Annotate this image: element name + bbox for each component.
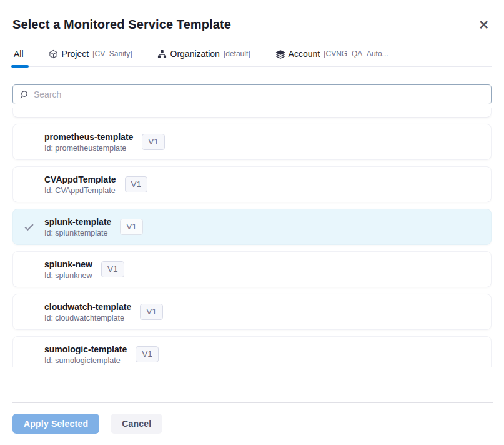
hierarchy-icon: [157, 49, 167, 59]
template-row[interactable]: cloudwatch-template Id: cloudwatchtempla…: [12, 294, 492, 330]
row-meta: prometheus-template Id: prometheustempla…: [44, 132, 133, 152]
template-row[interactable]: prometheus-template Id: prometheustempla…: [12, 124, 492, 160]
template-id: Id: sumologictemplate: [44, 356, 127, 365]
select-template-modal: Select a Monitored Service Template ✕ Al…: [0, 0, 504, 445]
apply-selected-button[interactable]: Apply Selected: [12, 414, 99, 434]
tab-account-scope: [CVNG_QA_Auto...: [324, 49, 388, 58]
template-id: Id: CVAppdTemplate: [44, 186, 116, 195]
row-gutter: [13, 264, 44, 275]
template-name: CVAppdTemplate: [44, 174, 116, 184]
row-gutter: [13, 349, 44, 360]
row-meta: splunk-new Id: splunknew: [44, 259, 92, 280]
row-meta: sumologic-template Id: sumologictemplate: [44, 344, 127, 365]
template-name: splunk-new: [44, 259, 92, 269]
tab-project-scope: [CV_Sanity]: [92, 49, 132, 58]
version-badge: V1: [125, 176, 148, 192]
row-meta: splunk-template Id: splunktemplate: [44, 217, 111, 238]
template-row[interactable]: sumologic-template Id: sumologictemplate…: [12, 336, 492, 367]
search-box: [12, 84, 492, 104]
template-id: Id: cloudwatchtemplate: [44, 314, 131, 322]
close-icon[interactable]: ✕: [476, 18, 492, 32]
template-name: sumologic-template: [44, 344, 127, 354]
scrolled-card-partial: [12, 108, 492, 118]
template-list[interactable]: prometheus-template Id: prometheustempla…: [12, 108, 492, 367]
check-icon: [24, 222, 34, 232]
template-id: Id: splunknew: [44, 271, 92, 280]
version-badge: V1: [136, 346, 159, 362]
version-badge: V1: [142, 134, 165, 150]
tab-account-label: Account: [289, 49, 320, 59]
tab-project[interactable]: Project [CV_Sanity]: [47, 49, 134, 66]
scope-tabs: All Project [CV_Sanity] Organiza: [12, 49, 492, 67]
footer: Apply Selected Cancel: [12, 414, 162, 434]
row-meta: CVAppdTemplate Id: CVAppdTemplate: [44, 174, 116, 195]
row-gutter: [13, 307, 44, 318]
row-meta: cloudwatch-template Id: cloudwatchtempla…: [44, 302, 131, 322]
modal-title: Select a Monitored Service Template: [12, 18, 231, 32]
tab-account[interactable]: Account [CVNG_QA_Auto...: [274, 49, 390, 66]
tab-all-label: All: [14, 49, 24, 59]
version-badge: V1: [140, 304, 163, 320]
footer-divider: [12, 402, 493, 403]
template-name: splunk-template: [44, 217, 111, 227]
tab-project-label: Project: [62, 49, 89, 59]
tab-organization-label: Organization: [170, 49, 220, 59]
template-row[interactable]: splunk-template Id: splunktemplate V1: [12, 209, 492, 245]
template-id: Id: splunktemplate: [44, 229, 111, 238]
template-name: cloudwatch-template: [44, 302, 131, 312]
search-input[interactable]: [34, 89, 485, 99]
row-gutter: [13, 179, 44, 190]
row-gutter: [13, 137, 44, 148]
tab-all[interactable]: All: [12, 49, 25, 66]
modal-header: Select a Monitored Service Template ✕: [12, 0, 492, 32]
cancel-button[interactable]: Cancel: [111, 414, 162, 434]
template-id: Id: prometheustemplate: [44, 144, 133, 152]
template-name: prometheus-template: [44, 132, 133, 142]
row-gutter: [13, 222, 44, 232]
layers-icon: [275, 49, 285, 59]
template-row[interactable]: splunk-new Id: splunknew V1: [12, 251, 492, 288]
tab-organization-scope: [default]: [224, 49, 250, 58]
cube-icon: [49, 49, 58, 59]
search-icon: [19, 90, 29, 99]
version-badge: V1: [120, 219, 143, 235]
tab-organization[interactable]: Organization [default]: [156, 49, 252, 66]
template-row[interactable]: CVAppdTemplate Id: CVAppdTemplate V1: [12, 166, 492, 202]
version-badge: V1: [101, 261, 124, 278]
